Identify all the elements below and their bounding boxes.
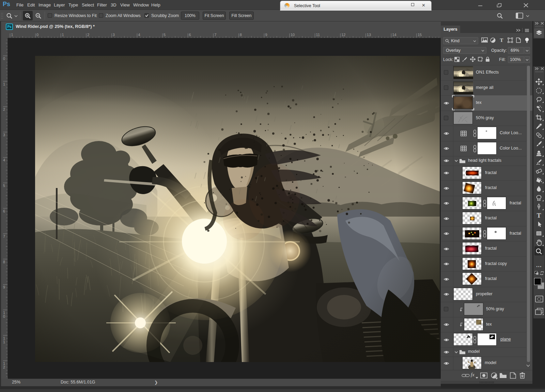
svg-text:13: 13 <box>367 33 371 37</box>
svg-text:7: 7 <box>214 33 216 37</box>
svg-text:1: 1 <box>3 82 5 86</box>
svg-text:14: 14 <box>392 33 396 37</box>
svg-text:T: T <box>500 37 503 43</box>
svg-text:2: 2 <box>3 365 5 369</box>
svg-text:3: 3 <box>113 33 115 37</box>
svg-text:10: 10 <box>291 33 295 37</box>
svg-text:6: 6 <box>3 209 5 213</box>
svg-text:0: 0 <box>3 314 5 318</box>
svg-text:12: 12 <box>341 33 345 37</box>
svg-text:6: 6 <box>189 33 191 37</box>
svg-text:15: 15 <box>418 33 422 37</box>
svg-text:8: 8 <box>240 33 242 37</box>
svg-text:0: 0 <box>3 57 5 61</box>
svg-text:11: 11 <box>316 33 320 37</box>
svg-text:2: 2 <box>87 33 89 37</box>
svg-text:3: 3 <box>3 133 5 137</box>
svg-text:5: 5 <box>3 184 5 188</box>
svg-text:9: 9 <box>265 33 267 37</box>
svg-text:4: 4 <box>138 33 140 37</box>
svg-text:0: 0 <box>36 33 38 37</box>
svg-text:7: 7 <box>3 234 5 238</box>
svg-text:8: 8 <box>3 260 5 264</box>
svg-text:2: 2 <box>3 107 5 111</box>
svg-text:9: 9 <box>3 285 5 289</box>
svg-text:1: 1 <box>62 33 64 37</box>
svg-text:5: 5 <box>164 33 166 37</box>
svg-text:1: 1 <box>11 33 13 37</box>
svg-text:4: 4 <box>3 158 5 162</box>
svg-text:1: 1 <box>3 340 5 344</box>
svg-text:T: T <box>537 212 541 219</box>
